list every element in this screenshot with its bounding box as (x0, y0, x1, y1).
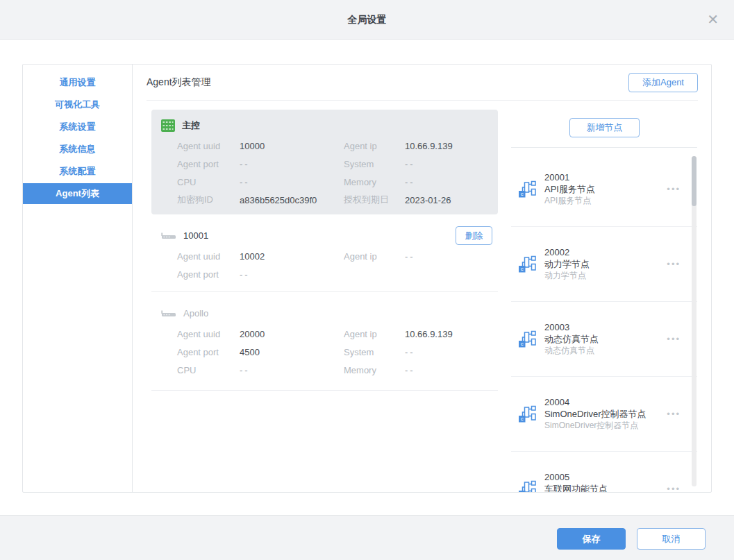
node-name: 动态仿真节点 (544, 333, 667, 345)
sidebar-item-可视化工具[interactable]: 可视化工具 (23, 94, 132, 115)
agent-content: Agent列表管理 添加Agent 主控 Agent uuid 10000 Ag… (133, 65, 711, 492)
footer: 保存 取消 (0, 515, 734, 560)
sidebar-item-系统设置[interactable]: 系统设置 (23, 117, 132, 137)
agent-field: System -- (344, 155, 498, 173)
agent-card: 主控 Agent uuid 10000 Agent ip 10.66.9.139… (151, 110, 498, 214)
node-menu-icon[interactable]: ••• (667, 484, 681, 492)
node-id: 20004 (544, 396, 667, 408)
node-name: 车联网功能节点 (544, 483, 667, 492)
field-value: -- (405, 251, 415, 262)
node-blue-icon: c (518, 255, 536, 273)
field-label: Agent ip (344, 141, 405, 151)
dialog-title: 全局设置 (0, 0, 734, 40)
node-name: 动力学节点 (544, 258, 667, 270)
field-value: 20000 (240, 329, 265, 339)
node-text: 20001 API服务节点 API服务节点 (544, 171, 667, 207)
field-value: 10000 (240, 141, 265, 151)
agent-card-header: 10001 删除 (151, 226, 498, 245)
server-gray-icon (161, 231, 176, 241)
close-icon[interactable]: ✕ (707, 12, 719, 26)
node-id: 20003 (544, 321, 667, 333)
save-button[interactable]: 保存 (557, 528, 626, 550)
field-value: -- (405, 177, 415, 187)
agent-field: CPU -- (151, 173, 344, 191)
field-label: CPU (177, 365, 240, 375)
field-value: 10.66.9.139 (405, 141, 453, 151)
agent-list: 主控 Agent uuid 10000 Agent ip 10.66.9.139… (151, 110, 498, 391)
sidebar: 通用设置可视化工具系统设置系统信息系统配置Agent列表 (23, 65, 133, 492)
field-label: Memory (344, 177, 405, 187)
node-subname: SimOneDriver控制器节点 (544, 420, 667, 432)
field-label: 授权到期日 (344, 194, 405, 206)
agent-field: Agent uuid 10000 (151, 137, 344, 155)
sidebar-item-系统配置[interactable]: 系统配置 (23, 161, 132, 182)
node-id: 20005 (544, 471, 667, 483)
cancel-button[interactable]: 取消 (637, 528, 706, 550)
node-id: 20002 (544, 246, 667, 258)
page-title: Agent列表管理 (147, 76, 211, 89)
node-text: 20003 动态仿真节点 动态仿真节点 (544, 321, 667, 357)
node-blue-icon: c (518, 405, 536, 423)
field-value: -- (240, 177, 250, 187)
agent-field: Agent uuid 20000 (151, 325, 344, 343)
agent-fields: Agent uuid 10000 Agent ip 10.66.9.139 Ag… (151, 137, 498, 209)
node-list-item[interactable]: c 20002 动力学节点 动力学节点 ••• (511, 227, 697, 302)
node-blue-icon: c (518, 330, 536, 348)
agent-field: Agent ip 10.66.9.139 (344, 137, 498, 155)
node-name: API服务节点 (544, 183, 667, 195)
field-value: 4500 (240, 347, 260, 357)
field-value: -- (240, 269, 250, 280)
settings-panel: 通用设置可视化工具系统设置系统信息系统配置Agent列表 Agent列表管理 添… (22, 64, 712, 493)
field-value: -- (405, 159, 415, 169)
agent-field: Agent port -- (151, 155, 344, 173)
field-value: a836b5625d0c39f0 (240, 195, 317, 205)
field-value: -- (405, 347, 415, 357)
node-list-item[interactable]: c 20001 API服务节点 API服务节点 ••• (511, 152, 697, 227)
sidebar-item-通用设置[interactable]: 通用设置 (23, 72, 132, 93)
node-panel: 新增节点 c 20001 API服务节点 API服务节点 ••• c 20002… (511, 65, 697, 492)
field-value: 10.66.9.139 (405, 329, 453, 339)
field-label: System (344, 347, 405, 357)
node-menu-icon[interactable]: ••• (667, 409, 681, 419)
field-label: Memory (344, 365, 405, 375)
node-list-scrollbar[interactable] (692, 156, 697, 486)
agent-field: 授权到期日 2023-01-26 (344, 191, 498, 209)
delete-agent-button[interactable]: 删除 (456, 226, 492, 245)
node-menu-icon[interactable]: ••• (667, 334, 681, 344)
scrollbar-thumb[interactable] (692, 156, 697, 206)
node-menu-icon[interactable]: ••• (667, 184, 681, 194)
svg-text:c: c (521, 191, 524, 197)
sidebar-item-Agent列表[interactable]: Agent列表 (23, 183, 132, 204)
field-label: Agent ip (344, 251, 405, 262)
server-gray-icon (161, 309, 176, 319)
agent-field: Agent port 4500 (151, 343, 344, 361)
global-settings-dialog: 全局设置 ✕ 通用设置可视化工具系统设置系统信息系统配置Agent列表 Agen… (0, 0, 734, 560)
field-label: Agent uuid (177, 251, 240, 262)
field-label: System (344, 159, 405, 169)
agent-card-header: Apollo (151, 304, 498, 323)
add-node-button[interactable]: 新增节点 (569, 118, 640, 137)
agent-field: Agent ip -- (344, 247, 498, 265)
agent-field: CPU -- (151, 361, 344, 379)
titlebar: 全局设置 ✕ (0, 0, 734, 40)
node-subname: API服务节点 (544, 195, 667, 207)
node-id: 20001 (544, 171, 667, 183)
field-value: 10002 (240, 251, 265, 262)
server-green-icon (161, 119, 175, 133)
node-list-item[interactable]: c 20003 动态仿真节点 动态仿真节点 ••• (511, 302, 697, 377)
agent-field: System -- (344, 343, 498, 361)
field-label: 加密狗ID (177, 194, 240, 206)
node-list-item[interactable]: c 20004 SimOneDriver控制器节点 SimOneDriver控制… (511, 377, 697, 452)
agent-field: Agent port -- (151, 265, 344, 283)
field-label: Agent ip (344, 329, 405, 339)
node-list-item[interactable]: c 20005 车联网功能节点 车联网功能节点 ••• (511, 452, 697, 492)
agent-card: Apollo Agent uuid 20000 Agent ip 10.66.9… (151, 292, 498, 391)
field-label: CPU (177, 177, 240, 187)
node-list: c 20001 API服务节点 API服务节点 ••• c 20002 动力学节… (511, 147, 697, 492)
node-menu-icon[interactable]: ••• (667, 259, 681, 269)
field-value: -- (240, 365, 250, 375)
agent-name: Apollo (183, 308, 208, 319)
agent-name: 10001 (183, 230, 208, 241)
field-label: Agent port (177, 269, 240, 280)
sidebar-item-系统信息[interactable]: 系统信息 (23, 139, 132, 160)
